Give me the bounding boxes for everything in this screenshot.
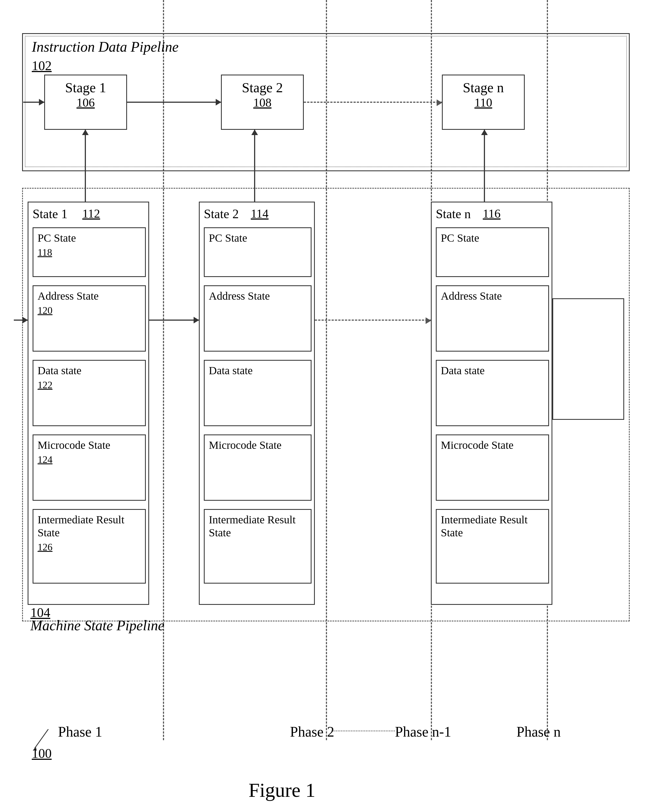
state-2-intermediate-label: Intermediate Result State — [209, 513, 307, 539]
state-n-ref: 116 — [483, 206, 500, 221]
state-n-microcode-label: Microcode State — [441, 439, 544, 451]
state-1-addressstate-label: Address State — [38, 289, 141, 303]
state-n-pcstate-label: PC State — [441, 231, 544, 245]
stage-1-ref: 106 — [76, 96, 95, 110]
state-2-intermediate: Intermediate Result State — [204, 509, 312, 584]
stage-2-box: Stage 2 108 — [221, 75, 304, 130]
instruction-pipeline-label: Instruction Data Pipeline — [32, 39, 179, 55]
stage-1-label: Stage 1 — [65, 80, 106, 96]
figure-label: Figure 1 — [249, 779, 315, 802]
state-1-datastate: Data state 122 — [33, 360, 146, 426]
page: Instruction Data Pipeline 102 Stage 1 10… — [0, 0, 654, 812]
state-1-pcstate: PC State 118 — [33, 227, 146, 277]
dotted-phase-line — [332, 731, 395, 731]
state-2-microcode: Microcode State — [204, 434, 312, 501]
ref-100: 100 — [32, 746, 52, 761]
state-2-addressstate-label: Address State — [209, 289, 307, 303]
state-n-title: State n — [436, 206, 471, 221]
state-n-addressstate-label: Address State — [441, 289, 544, 303]
state-n-group: State n 116 PC State Address State Data … — [431, 202, 552, 605]
state-2-microcode-label: Microcode State — [209, 439, 307, 451]
darrow-stage2-stagen — [304, 102, 442, 103]
arrow-state1-stage1 — [85, 130, 86, 202]
state-n-pcstate: PC State — [436, 227, 549, 277]
state-n-addressstate: Address State — [436, 285, 549, 352]
arrow-stage1-stage2 — [127, 102, 221, 103]
state-2-title: State 2 — [204, 206, 238, 221]
state-1-group: State 1 112 PC State 118 Address State 1… — [28, 202, 149, 605]
arrow-state1-state2-data — [149, 320, 199, 321]
state-2-datastate-label: Data state — [209, 364, 307, 377]
state-1-microcode-ref: 124 — [38, 454, 141, 465]
phase-2-label: Phase 2 — [290, 723, 334, 740]
state-1-ref: 112 — [82, 206, 100, 221]
state-1-pcstate-label: PC State — [38, 231, 141, 245]
stage-2-label: Stage 2 — [242, 80, 283, 96]
state-n-datastate: Data state — [436, 360, 549, 426]
state-n-extra-box — [552, 298, 624, 420]
arrow-staten-stagen — [484, 130, 485, 202]
state-2-addressstate: Address State — [204, 285, 312, 352]
state-n-intermediate-label: Intermediate Result State — [441, 513, 544, 539]
state-1-datastate-label: Data state — [38, 364, 141, 377]
state-2-ref: 114 — [251, 206, 269, 221]
state-1-microcode: Microcode State 124 — [33, 434, 146, 501]
phase-n1-label: Phase n-1 — [395, 723, 451, 740]
arrow-state2-stage2 — [254, 130, 255, 202]
state-1-title: State 1 — [33, 206, 67, 221]
arrow-input-stage1 — [23, 102, 44, 103]
state-1-addressstate: Address State 120 — [33, 285, 146, 352]
state-1-addressstate-ref: 120 — [38, 304, 141, 316]
stage-n-box: Stage n 110 — [442, 75, 525, 130]
stage-n-ref: 110 — [474, 96, 492, 110]
darrow-state2-staten-data — [315, 320, 431, 321]
state-n-intermediate: Intermediate Result State — [436, 509, 549, 584]
state-2-pcstate-label: PC State — [209, 231, 307, 245]
instruction-pipeline-ref: 102 — [32, 58, 52, 73]
stage-2-ref: 108 — [253, 96, 272, 110]
stage-1-box: Stage 1 106 — [44, 75, 127, 130]
state-n-datastate-label: Data state — [441, 364, 544, 377]
state-1-pcstate-ref: 118 — [38, 247, 141, 258]
state-1-intermediate: Intermediate Result State 126 — [33, 509, 146, 584]
phase-n-label: Phase n — [516, 723, 561, 740]
state-2-group: State 2 114 PC State Address State Data … — [199, 202, 315, 605]
machine-label: Machine State Pipeline — [31, 617, 164, 633]
state-1-intermediate-label: Intermediate Result State — [38, 513, 141, 539]
state-2-pcstate: PC State — [204, 227, 312, 277]
stage-n-label: Stage n — [463, 80, 504, 96]
state-1-microcode-label: Microcode State — [38, 439, 141, 451]
state-1-datastate-ref: 122 — [38, 379, 141, 391]
state-2-datastate: Data state — [204, 360, 312, 426]
state-1-intermediate-ref: 126 — [38, 541, 141, 553]
state-n-microcode: Microcode State — [436, 434, 549, 501]
arrow-input-state1-data — [14, 320, 28, 321]
